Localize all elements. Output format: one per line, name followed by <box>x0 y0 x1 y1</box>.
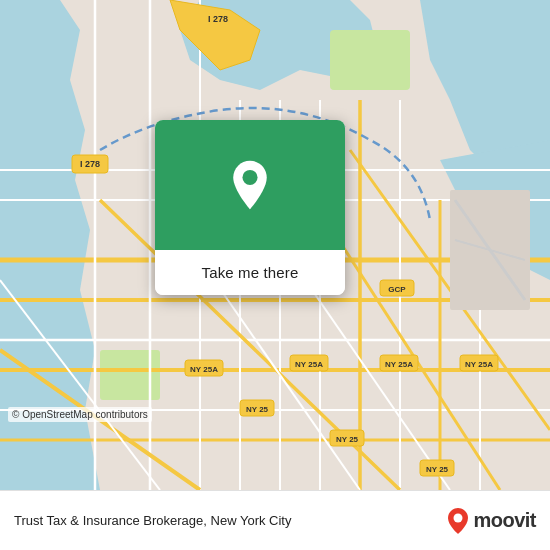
bottom-bar: Trust Tax & Insurance Brokerage, New Yor… <box>0 490 550 550</box>
take-me-there-button[interactable]: Take me there <box>155 250 345 295</box>
location-name-text: Trust Tax & Insurance Brokerage, New Yor… <box>14 513 291 528</box>
svg-text:I 278: I 278 <box>80 159 100 169</box>
svg-text:NY 25A: NY 25A <box>295 360 323 369</box>
svg-text:GCP: GCP <box>388 285 406 294</box>
popup-header <box>155 120 345 250</box>
map-area[interactable]: I 278 I 278 GCP GCP NY 25A NY 25A NY 25A… <box>0 0 550 490</box>
moovit-logo: moovit <box>447 507 536 535</box>
location-icon-wrap <box>224 159 276 211</box>
svg-rect-1 <box>330 30 410 90</box>
moovit-brand-text: moovit <box>473 509 536 532</box>
svg-text:I 278: I 278 <box>208 14 228 24</box>
svg-text:NY 25A: NY 25A <box>190 365 218 374</box>
map-attribution: © OpenStreetMap contributors <box>8 407 152 422</box>
location-popup: Take me there <box>155 120 345 295</box>
svg-point-53 <box>454 513 463 522</box>
svg-text:NY 25: NY 25 <box>426 465 449 474</box>
location-pin-icon <box>224 159 276 211</box>
svg-text:NY 25A: NY 25A <box>385 360 413 369</box>
svg-text:NY 25A: NY 25A <box>465 360 493 369</box>
svg-text:NY 25: NY 25 <box>246 405 269 414</box>
svg-text:NY 25: NY 25 <box>336 435 359 444</box>
moovit-pin-icon <box>447 507 469 535</box>
svg-point-52 <box>242 170 257 185</box>
